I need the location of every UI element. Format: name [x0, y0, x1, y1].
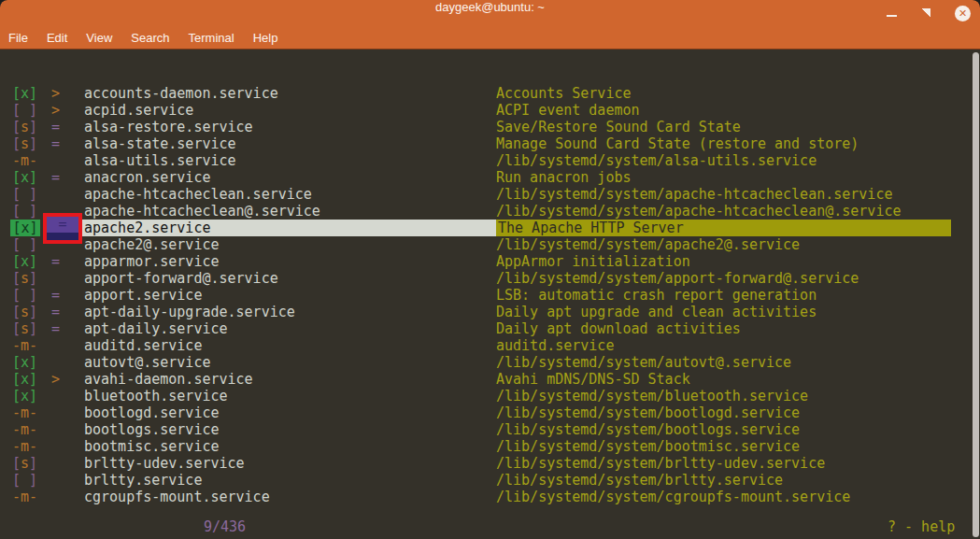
service-desc: /lib/systemd/system/brltty-udev.service — [496, 455, 825, 472]
service-name: apt-daily.service — [84, 320, 228, 337]
service-state: [x] — [12, 388, 37, 404]
service-name: autovt@.service — [84, 354, 210, 371]
menu-file[interactable]: File — [8, 31, 28, 45]
service-desc: /lib/systemd/system/bootmisc.service — [496, 438, 800, 455]
service-arrow: > — [51, 85, 60, 102]
minimize-icon[interactable] — [887, 15, 897, 17]
menu-help[interactable]: Help — [253, 31, 278, 45]
service-arrow: = — [51, 169, 60, 186]
service-desc: /lib/systemd/system/apport-forward@.serv… — [496, 270, 859, 287]
menu-search[interactable]: Search — [131, 31, 169, 45]
service-name: alsa-state.service — [84, 135, 236, 152]
service-row: -m-auditd.serviceauditd.service — [0, 337, 980, 354]
service-name: bluetooth.service — [84, 388, 228, 404]
service-name: acpid.service — [84, 102, 193, 119]
service-desc: Save/Restore Sound Card State — [496, 119, 741, 135]
service-name: brltty.service — [84, 472, 202, 489]
service-desc: /lib/systemd/system/bluetooth.service — [496, 388, 808, 404]
service-row: -m-bootlogs.service/lib/systemd/system/b… — [0, 421, 980, 438]
service-row: [x]autovt@.service/lib/systemd/system/au… — [0, 354, 980, 371]
service-row: [ ]apache-htcacheclean.service/lib/syste… — [0, 186, 980, 203]
service-row: [ ]>acpid.serviceACPI event daemon — [0, 102, 980, 119]
service-arrow: > — [51, 371, 60, 388]
service-desc: /lib/systemd/system/bootlogd.service — [496, 404, 800, 421]
service-state: [ ] — [12, 236, 37, 253]
service-desc: auditd.service — [496, 337, 614, 354]
service-state: -m- — [12, 404, 37, 421]
service-arrow: = — [51, 119, 60, 135]
service-desc: ACPI event daemon — [496, 102, 640, 119]
annotation-red-box: = — [43, 213, 82, 244]
service-state: [ ] — [12, 203, 37, 220]
service-desc: Run anacron jobs — [496, 169, 632, 186]
service-desc: /lib/systemd/system/alsa-utils.service — [496, 152, 817, 169]
service-desc: AppArmor initialization — [496, 253, 690, 270]
close-icon[interactable]: ✕ — [955, 6, 971, 21]
window-controls: ✕ — [887, 0, 971, 26]
service-state: [s] — [12, 119, 37, 135]
service-row: [x]apache2.serviceThe Apache HTTP Server… — [0, 220, 980, 236]
service-desc: The Apache HTTP Server — [498, 220, 684, 236]
service-row: [x]>accounts-daemon.serviceAccounts Serv… — [0, 85, 980, 102]
service-arrow: = — [47, 217, 78, 233]
service-state: [ ] — [12, 186, 37, 203]
service-arrow: = — [51, 287, 60, 304]
service-name: apache2.service — [84, 220, 210, 236]
service-state: [ ] — [12, 287, 37, 304]
service-row: -m-alsa-utils.service/lib/systemd/system… — [0, 152, 980, 169]
service-row: [ ]apache-htcacheclean@.service/lib/syst… — [0, 203, 980, 220]
service-row: [ ]brltty.service/lib/systemd/system/brl… — [0, 472, 980, 489]
service-desc: Manage Sound Card State (restore and sto… — [496, 135, 859, 152]
service-desc: /lib/systemd/system/brltty.service — [496, 472, 783, 489]
service-row: [x]=apparmor.serviceAppArmor initializat… — [0, 253, 980, 270]
service-desc: Avahi mDNS/DNS-SD Stack — [496, 371, 690, 388]
service-row: [ ]apache2@.service/lib/systemd/system/a… — [0, 236, 980, 253]
service-row: [ ]=apport.serviceLSB: automatic crash r… — [0, 287, 980, 304]
service-arrow: = — [51, 253, 60, 270]
terminal-window: daygeek@ubuntu: ~ ✕ File Edit View Searc… — [0, 0, 980, 539]
service-state: [s] — [12, 270, 37, 287]
service-desc: /lib/systemd/system/cgroupfs-mount.servi… — [496, 489, 850, 505]
service-desc: Daily apt upgrade and clean activities — [496, 304, 817, 320]
scrollbar[interactable] — [973, 52, 979, 537]
service-state: -m- — [12, 438, 37, 455]
service-name: alsa-utils.service — [84, 152, 236, 169]
service-state: -m- — [12, 489, 37, 505]
service-row: [s]=alsa-restore.serviceSave/Restore Sou… — [0, 119, 980, 135]
menu-edit[interactable]: Edit — [47, 31, 67, 45]
titlebar[interactable]: daygeek@ubuntu: ~ ✕ — [0, 0, 980, 26]
service-row: [s]=apt-daily.serviceDaily apt download … — [0, 320, 980, 337]
status-line: 9/436 ? - help — [0, 518, 980, 535]
service-state: [s] — [12, 304, 37, 320]
service-row: -m-bootlogd.service/lib/systemd/system/b… — [0, 404, 980, 421]
service-desc: /lib/systemd/system/bootlogs.service — [496, 421, 800, 438]
service-desc: Daily apt download activities — [496, 320, 741, 337]
service-name: bootmisc.service — [84, 438, 220, 455]
service-state: [s] — [12, 135, 37, 152]
service-name: auditd.service — [84, 337, 202, 354]
service-name: cgroupfs-mount.service — [84, 489, 270, 505]
terminal-screen[interactable]: [x]>accounts-daemon.serviceAccounts Serv… — [0, 50, 980, 539]
service-name: bootlogs.service — [84, 421, 220, 438]
service-arrow: = — [51, 320, 60, 337]
restore-icon[interactable] — [921, 8, 930, 18]
row-counter: 9/436 — [204, 518, 246, 535]
service-state: [x] — [12, 253, 37, 270]
service-row: -m-bootmisc.service/lib/systemd/system/b… — [0, 438, 980, 455]
service-name: brltty-udev.service — [84, 455, 245, 472]
menu-view[interactable]: View — [86, 31, 112, 45]
service-desc: /lib/systemd/system/apache2@.service — [496, 236, 800, 253]
service-state: -m- — [12, 337, 37, 354]
service-name: apport-forward@.service — [84, 270, 278, 287]
service-row: [s]=apt-daily-upgrade.serviceDaily apt u… — [0, 304, 980, 320]
service-desc: /lib/systemd/system/apache-htcacheclean@… — [496, 203, 901, 220]
service-name: alsa-restore.service — [84, 119, 253, 135]
service-arrow: = — [51, 304, 60, 320]
service-state: [x] — [12, 371, 37, 388]
service-name: bootlogd.service — [84, 404, 220, 421]
service-row: [s]brltty-udev.service/lib/systemd/syste… — [0, 455, 980, 472]
service-name: avahi-daemon.service — [84, 371, 253, 388]
service-name: apache-htcacheclean.service — [84, 186, 312, 203]
menu-terminal[interactable]: Terminal — [189, 31, 234, 45]
service-state: [ ] — [12, 102, 37, 119]
